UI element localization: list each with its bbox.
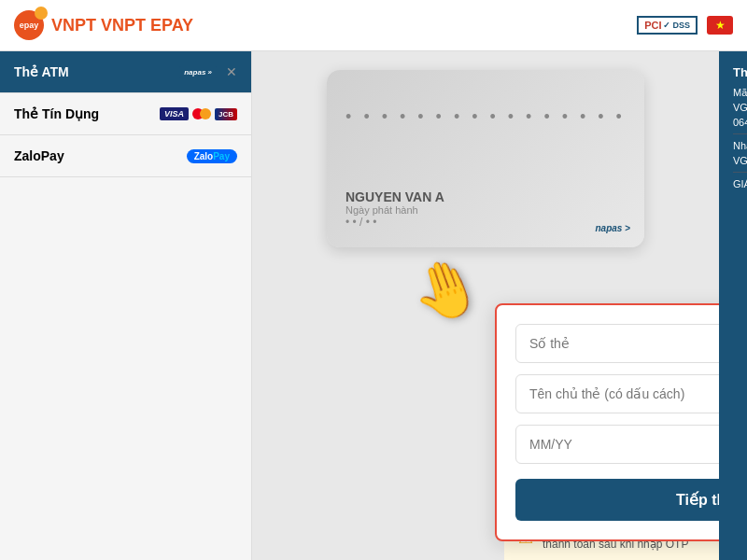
submit-button[interactable]: Tiếp theo (515, 479, 719, 521)
epay-logo-icon: epay (14, 10, 44, 40)
sidebar-item-credit[interactable]: Thẻ Tín Dụng VISA JCB (0, 93, 251, 135)
issue-date-dots: • • / • • (345, 216, 626, 229)
close-icon: ✕ (226, 64, 237, 79)
zalopay-label: ZaloPay (14, 148, 64, 163)
right-panel-nhan: Nhà (733, 140, 747, 151)
cardholder-name-input[interactable] (515, 374, 719, 413)
right-panel-vgp: VGP (733, 102, 747, 113)
card-number-input[interactable] (515, 324, 719, 363)
zalopay-logo-icon: ZaloPay (187, 149, 237, 163)
napas-logo-icon: napas » (179, 66, 217, 78)
cardholder-name: NGUYEN VAN A (345, 189, 626, 204)
center-area: • • • • • • • • • • • • • • • • NGUYEN V… (252, 51, 719, 560)
right-panel-gia: GIÁ (733, 178, 747, 189)
issue-date-label: Ngày phát hành (345, 204, 626, 216)
atm-label: Thẻ ATM (14, 64, 69, 79)
right-info-panel: Thẻ Mã VGP 064 Nhà VGP GIÁ (719, 51, 747, 560)
language-flag-icon[interactable] (707, 16, 733, 35)
payment-method-sidebar: Thẻ ATM napas » ✕ Thẻ Tín Dụng VISA JCB … (0, 51, 252, 560)
zalopay-logos: ZaloPay (187, 149, 237, 163)
logo-area: epay VNPT VNPT EPAY (14, 10, 193, 40)
card-preview: • • • • • • • • • • • • • • • • NGUYEN V… (327, 70, 644, 247)
hand-pointer-icon: 🤚 (402, 246, 490, 332)
credit-logos: VISA JCB (160, 107, 237, 120)
mastercard-logo-icon (192, 107, 211, 120)
right-panel-vgp2: VGP (733, 155, 747, 166)
main-content: Thẻ ATM napas » ✕ Thẻ Tín Dụng VISA JCB … (0, 51, 747, 560)
card-number-placeholder: • • • • • • • • • • • • • • • • (345, 107, 626, 127)
atm-logos: napas » ✕ (179, 64, 237, 79)
card-napas-logo: napas (595, 223, 630, 233)
right-panel-content: Thẻ Mã VGP 064 Nhà VGP GIÁ (719, 51, 747, 203)
header-right: PCI ✓ DSS (637, 16, 733, 35)
right-panel-ma: Mã (733, 87, 747, 98)
sidebar-item-zalopay[interactable]: ZaloPay ZaloPay (0, 135, 251, 177)
atm-form: Tiếp theo (495, 303, 719, 541)
brand-name: VNPT VNPT EPAY (51, 16, 193, 35)
right-panel-title: Thẻ (733, 65, 747, 79)
credit-label: Thẻ Tín Dụng (14, 106, 99, 121)
expiry-date-input[interactable] (515, 425, 719, 464)
right-panel-phone: 064 (733, 117, 747, 128)
visa-logo-icon: VISA (160, 107, 189, 120)
sidebar-item-atm[interactable]: Thẻ ATM napas » ✕ (0, 51, 251, 93)
jcb-logo-icon: JCB (215, 108, 237, 120)
pci-dss-badge: PCI ✓ DSS (637, 16, 698, 35)
header: epay VNPT VNPT EPAY PCI ✓ DSS (0, 0, 747, 51)
